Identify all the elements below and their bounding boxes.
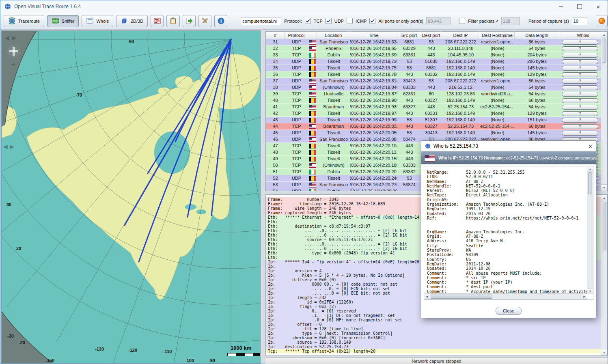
scroll-down-icon[interactable]: ▼: [587, 288, 593, 294]
column-header[interactable]: Time: [350, 32, 397, 39]
whois-result-area[interactable]: NetRange: 52.0.0.0 - 52.31.255.255CIDR: …: [424, 166, 593, 300]
whois-query-button[interactable]: ?: [562, 85, 598, 90]
scroll-up-icon[interactable]: ▲: [587, 166, 593, 172]
export-button[interactable]: [183, 15, 196, 27]
table-row[interactable]: 38UDP(Unknown)2016-12-26 16:42:19.846633…: [266, 84, 601, 91]
table-row[interactable]: 32TCPPhoenix2016-12-26 16:42:19.65463329…: [266, 45, 601, 52]
column-header[interactable]: Dest Hostname: [480, 32, 515, 39]
whois-button[interactable]: Whois: [82, 15, 113, 27]
view-2d3d-button[interactable]: 2D/3D: [116, 15, 148, 27]
whois-query-button[interactable]: ?: [562, 79, 598, 84]
whois-query-button[interactable]: ?: [562, 98, 598, 103]
scroll-down-icon[interactable]: ▼: [601, 184, 607, 191]
gantt-button[interactable]: [151, 15, 164, 27]
table-row[interactable]: 35UDPTisselt2016-12-26 16:42:19.75253688…: [266, 65, 601, 71]
clipboard-button[interactable]: [166, 15, 179, 27]
whois-query-button[interactable]: ?: [562, 53, 598, 58]
table-row[interactable]: 42TCPTisselt2016-12-26 16:42:19.97444363…: [266, 110, 601, 117]
detail-scrollbar[interactable]: ▲ ▼: [601, 195, 607, 355]
table-cell: 2016-12-26 16:42:19.939: [350, 104, 397, 110]
scroll-down-icon[interactable]: ▼: [601, 349, 607, 355]
dialog-close-icon[interactable]: ×: [589, 143, 592, 150]
close-button[interactable]: ×: [589, 0, 608, 13]
whois-query-button[interactable]: ?: [562, 111, 598, 116]
rotate-right-icon[interactable]: ▶: [10, 144, 14, 149]
traceroute-button[interactable]: Traceroute: [4, 15, 44, 27]
pan-pad[interactable]: [7, 45, 20, 58]
packet-detail-line: Ip: type = 6 [next: Transmission Control…: [266, 331, 601, 336]
table-row[interactable]: 43UDPTisselt2016-12-26 16:42:19.99853513…: [266, 117, 601, 123]
column-header[interactable]: Location: [317, 32, 350, 39]
country-flag-be: [309, 157, 316, 162]
pan-left-icon[interactable]: ◀: [5, 35, 9, 41]
settings-button[interactable]: [198, 15, 211, 27]
table-row[interactable]: 45UDPTisselt2016-12-26 16:42:20.05953304…: [266, 130, 601, 136]
whois-query-button[interactable]: ?: [562, 92, 598, 97]
zoom-in-icon[interactable]: +: [11, 62, 15, 67]
whois-query-button[interactable]: ?: [562, 118, 598, 123]
map-panel[interactable]: 60703020-30-20-150-130-120-110-100-90 10…: [1, 30, 261, 364]
icmp-checkbox[interactable]: [347, 18, 353, 24]
table-row[interactable]: 33TCPDublin2016-12-26 16:42:19.696633314…: [266, 52, 601, 58]
scrollbar-thumb[interactable]: [431, 295, 492, 299]
host-input[interactable]: [241, 17, 281, 25]
column-header[interactable]: Data length: [515, 32, 559, 39]
column-header[interactable]: #: [266, 32, 285, 39]
table-cell: 63333: [397, 84, 421, 90]
table-row[interactable]: 31UDPSan Francisco2016-12-26 16:42:19.63…: [266, 39, 601, 45]
scroll-right-icon[interactable]: ▶: [582, 294, 587, 299]
whois-result-line: Comment: * dest IP (your IP): [427, 280, 587, 284]
whois-query-button[interactable]: ?: [562, 72, 598, 77]
table-cell: (None): [480, 65, 515, 71]
column-header[interactable]: Whois: [559, 32, 607, 39]
scrollbar-thumb[interactable]: [588, 172, 592, 194]
table-row[interactable]: 40TCPTisselt2016-12-26 16:42:19.90044363…: [266, 97, 601, 104]
whois-horizontal-scrollbar[interactable]: ◀ ▶: [424, 293, 587, 299]
table-row[interactable]: 44TCPBoardman2016-12-26 16:42:20.0324436…: [266, 123, 601, 130]
whois-query-button[interactable]: ?: [562, 59, 598, 64]
whois-result-line: Comment: * dest port: [427, 284, 587, 289]
ports-input[interactable]: [426, 17, 451, 25]
sniffer-button[interactable]: Sniffer: [47, 15, 79, 27]
scrollbar-thumb[interactable]: [602, 202, 606, 251]
whois-query-button[interactable]: ?: [562, 124, 598, 129]
scrollbar-thumb[interactable]: [602, 39, 606, 63]
scroll-up-icon[interactable]: ▲: [601, 195, 607, 201]
all-ports-checkbox[interactable]: [369, 18, 375, 24]
filter-packets-checkbox[interactable]: [459, 18, 465, 24]
table-row[interactable]: 36TCPTisselt2016-12-26 16:42:19.78044363…: [266, 71, 601, 78]
column-header[interactable]: Dest IP: [441, 32, 480, 39]
capture-period-input[interactable]: [572, 17, 587, 25]
scroll-left-icon[interactable]: ◀: [424, 294, 430, 299]
table-row[interactable]: 34UDPTisselt2016-12-26 16:42:19.72053518…: [266, 58, 601, 65]
table-scrollbar[interactable]: ▲ ▼: [601, 32, 607, 191]
whois-query-button[interactable]: ?: [562, 66, 598, 71]
column-header[interactable]: Dest port: [421, 32, 441, 39]
whois-query-button[interactable]: ?: [562, 105, 598, 110]
tcp-checkbox[interactable]: [305, 18, 311, 24]
table-cell: UDP: [285, 84, 308, 90]
udp-checkbox[interactable]: [326, 18, 332, 24]
rotate-left-icon[interactable]: ◀: [3, 144, 8, 149]
dialog-close-button[interactable]: Close: [496, 307, 522, 315]
pan-right-icon[interactable]: ▶: [12, 35, 17, 41]
whois-result-line: OriginAS:: [427, 198, 587, 202]
filter-size-input[interactable]: [501, 17, 520, 25]
maximize-button[interactable]: [570, 0, 589, 13]
table-cell: 52.25.154.73: [441, 104, 480, 110]
whois-vertical-scrollbar[interactable]: ▲ ▼: [587, 166, 593, 294]
column-header[interactable]: Src port: [397, 32, 421, 39]
table-row[interactable]: 41TCPBoardman2016-12-26 16:42:19.9396332…: [266, 104, 601, 110]
info-button[interactable]: [214, 15, 227, 27]
column-header[interactable]: Protocol: [285, 32, 308, 39]
start-capture-button[interactable]: [596, 15, 608, 27]
whois-query-button[interactable]: ?: [562, 131, 598, 136]
table-row[interactable]: 37UDPSan Francisco2016-12-26 16:42:19.81…: [266, 78, 601, 84]
whois-query-button[interactable]: ?: [562, 40, 598, 45]
minimize-button[interactable]: [552, 0, 570, 13]
status-bar: Network capture stopped: [265, 358, 608, 364]
whois-query-button[interactable]: ?: [562, 46, 598, 51]
table-row[interactable]: 39TCPHuntsville2016-12-26 16:42:19.87562…: [266, 91, 601, 97]
scroll-up-icon[interactable]: ▲: [601, 32, 607, 38]
column-header[interactable]: [308, 32, 317, 39]
